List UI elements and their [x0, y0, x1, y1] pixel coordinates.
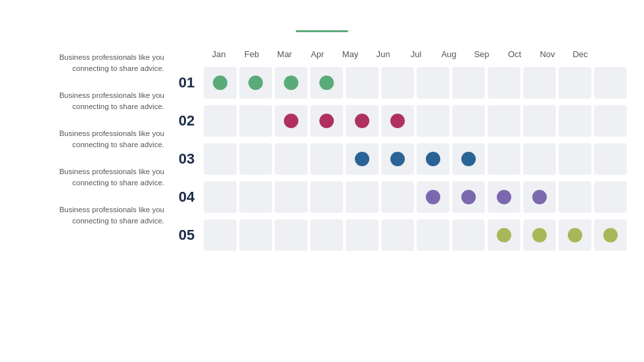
cell-r2-c8: [488, 143, 520, 175]
labels-column: Business professionals like youconnectin…: [26, 44, 171, 235]
cell-r3-c5: [381, 181, 414, 213]
data-row-4: 05: [171, 216, 628, 254]
cell-r4-c7: [452, 219, 485, 251]
dot-r4-c9: [532, 228, 547, 242]
month-header-may: May: [334, 49, 367, 59]
data-row-2: 03: [171, 140, 628, 178]
cell-r1-c5: [381, 105, 414, 137]
cell-r2-c2: [275, 143, 308, 175]
cell-r2-c0: [204, 143, 237, 175]
cell-r0-c11: [594, 67, 627, 99]
cell-r4-c5: [381, 219, 414, 251]
dot-r1-c3: [319, 114, 334, 128]
cell-r4-c0: [204, 219, 237, 251]
month-header-feb: Feb: [235, 49, 268, 59]
cell-r3-c10: [559, 181, 591, 213]
label-row-0: Business professionals like youconnectin…: [26, 44, 171, 82]
cell-r1-c7: [452, 105, 485, 137]
month-header-aug: Aug: [432, 49, 465, 59]
cell-r1-c1: [239, 105, 272, 137]
cell-r2-c9: [523, 143, 556, 175]
month-header-mar: Mar: [268, 49, 301, 59]
month-header-apr: Apr: [301, 49, 334, 59]
row-number-1: 02: [171, 112, 202, 129]
cell-r2-c7: [452, 143, 485, 175]
cell-r2-c11: [594, 143, 627, 175]
cell-r3-c1: [239, 181, 272, 213]
label-row-4: Business professionals like youconnectin…: [26, 196, 171, 235]
cell-r4-c4: [346, 219, 379, 251]
page: Business professionals like youconnectin…: [0, 0, 644, 362]
month-headers: JanFebMarAprMayJunJulAugSepOctNovDec: [171, 44, 628, 64]
cell-r4-c9: [523, 219, 556, 251]
label-row-2: Business professionals like youconnectin…: [26, 120, 171, 158]
cell-r0-c7: [452, 67, 485, 99]
grid-section: JanFebMarAprMayJunJulAugSepOctNovDec 010…: [171, 44, 628, 254]
data-rows: 0102030405: [171, 64, 628, 254]
dot-r2-c5: [390, 152, 405, 166]
cell-r2-c5: [381, 143, 414, 175]
dot-r3-c7: [461, 190, 476, 204]
cell-r0-c10: [559, 67, 591, 99]
cell-r0-c4: [346, 67, 379, 99]
cells-row-0: [202, 66, 628, 100]
cell-r0-c2: [275, 67, 308, 99]
month-header-dec: Dec: [564, 49, 597, 59]
month-header-nov: Nov: [531, 49, 564, 59]
cell-r1-c10: [559, 105, 591, 137]
cell-r3-c3: [310, 181, 343, 213]
cell-r1-c9: [523, 105, 556, 137]
dot-r1-c5: [390, 114, 405, 128]
cell-r1-c8: [488, 105, 520, 137]
month-header-jul: Jul: [400, 49, 432, 59]
cell-r0-c6: [417, 67, 449, 99]
cell-r4-c1: [239, 219, 272, 251]
cell-r1-c2: [275, 105, 308, 137]
label-row-1: Business professionals like youconnectin…: [26, 82, 171, 120]
cell-r0-c3: [310, 67, 343, 99]
row-number-3: 04: [171, 189, 202, 206]
dot-r0-c3: [319, 76, 334, 90]
cell-r3-c0: [204, 181, 237, 213]
dot-r1-c4: [355, 114, 369, 128]
dot-r2-c6: [426, 152, 440, 166]
label-row-3: Business professionals like youconnectin…: [26, 158, 171, 196]
cell-r0-c8: [488, 67, 520, 99]
dot-r2-c4: [355, 152, 369, 166]
cell-r4-c3: [310, 219, 343, 251]
cells-row-3: [202, 180, 628, 214]
dot-r0-c1: [248, 76, 263, 90]
cell-r0-c9: [523, 67, 556, 99]
month-header-oct: Oct: [498, 49, 531, 59]
cell-r1-c3: [310, 105, 343, 137]
cell-r2-c10: [559, 143, 591, 175]
cells-row-2: [202, 142, 628, 176]
cell-r3-c8: [488, 181, 520, 213]
dot-r3-c8: [497, 190, 511, 204]
cell-r2-c1: [239, 143, 272, 175]
month-header-sep: Sep: [465, 49, 498, 59]
cells-row-1: [202, 104, 628, 138]
cell-r4-c11: [594, 219, 627, 251]
cell-r1-c6: [417, 105, 449, 137]
data-row-0: 01: [171, 64, 628, 102]
cell-r1-c0: [204, 105, 237, 137]
cells-row-4: [202, 218, 628, 252]
cell-r4-c8: [488, 219, 520, 251]
dot-r4-c10: [568, 228, 582, 242]
cell-r3-c7: [452, 181, 485, 213]
cell-r4-c10: [559, 219, 591, 251]
dot-r3-c6: [426, 190, 440, 204]
cell-r1-c4: [346, 105, 379, 137]
dot-r0-c2: [284, 76, 298, 90]
cell-r0-c5: [381, 67, 414, 99]
cell-r4-c2: [275, 219, 308, 251]
cell-r0-c1: [239, 67, 272, 99]
cell-r2-c4: [346, 143, 379, 175]
chart-area: Business professionals like youconnectin…: [26, 44, 618, 349]
cell-r3-c4: [346, 181, 379, 213]
cell-r3-c2: [275, 181, 308, 213]
row-number-2: 03: [171, 150, 202, 168]
row-number-0: 01: [171, 74, 202, 91]
dot-r1-c2: [284, 114, 298, 128]
